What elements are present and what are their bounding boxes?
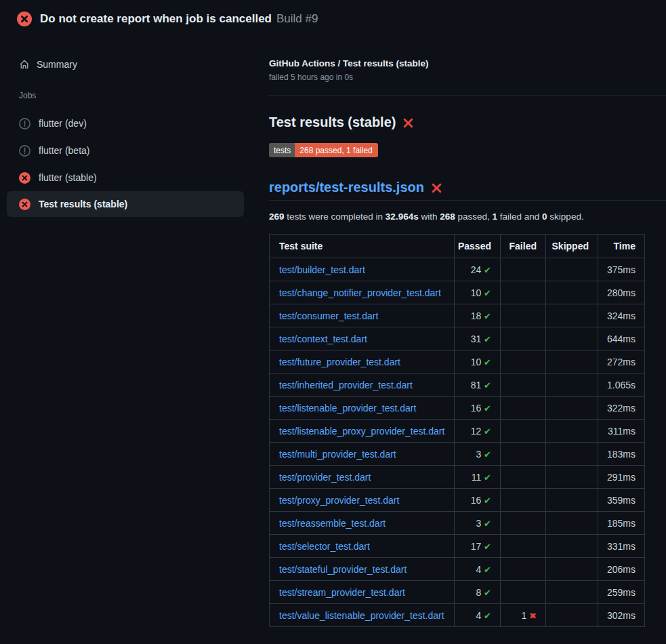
table-row: test/stream_provider_test.dart8 ✔259ms	[270, 581, 645, 604]
duration: 32.964s	[386, 212, 419, 222]
job-status-line: failed 5 hours ago in 0s	[269, 73, 666, 82]
tests-status-badge: tests 268 passed, 1 failed	[269, 143, 378, 157]
check-icon: ✔	[484, 565, 491, 575]
summary-text: skipped.	[547, 212, 584, 222]
passed-cell-value: 3	[476, 449, 481, 460]
skipped-cell	[546, 489, 598, 512]
passed-cell: 8 ✔	[455, 581, 501, 604]
breadcrumb: GitHub Actions / Test results (stable)	[269, 58, 666, 68]
skipped-cell	[546, 558, 598, 581]
sidebar-item-flutter-dev[interactable]: flutter (dev)	[0, 110, 251, 137]
jobs-section-label: Jobs	[0, 91, 251, 100]
failed-cell	[501, 350, 546, 374]
test-suite-link[interactable]: test/selector_test.dart	[279, 541, 370, 552]
skipped-cell	[546, 350, 598, 374]
table-row: test/reassemble_test.dart3 ✔185ms	[270, 512, 645, 535]
test-suite-link[interactable]: test/multi_provider_test.dart	[279, 449, 396, 460]
passed-cell: 16 ✔	[455, 489, 501, 512]
failed-cell	[501, 327, 546, 350]
time-cell: 311ms	[598, 420, 645, 443]
results-table: Test suite Passed Failed Skipped Time te…	[269, 234, 645, 627]
failed-cell	[501, 258, 546, 281]
failed-cell	[501, 489, 546, 512]
check-icon: ✔	[484, 426, 491, 437]
table-row: test/change_notifier_provider_test.dart1…	[270, 281, 645, 304]
job-label: Test results (stable)	[39, 199, 127, 209]
failed-x-circle-icon	[19, 199, 30, 210]
check-icon: ✔	[484, 519, 491, 529]
passed-cell: 4 ✔	[455, 604, 501, 627]
test-suite-cell: test/context_test.dart	[270, 327, 455, 350]
test-suite-link[interactable]: test/builder_test.dart	[279, 264, 365, 275]
test-suite-link[interactable]: test/inherited_provider_test.dart	[279, 380, 413, 390]
section-heading-text: Test results (stable)	[269, 115, 396, 130]
page-title: Do not create report when job is cancell…	[40, 12, 272, 26]
test-suite-link[interactable]: test/listenable_provider_test.dart	[279, 403, 416, 414]
test-suite-cell: test/reassemble_test.dart	[270, 512, 455, 535]
time-cell: 302ms	[598, 604, 645, 627]
test-suite-link[interactable]: test/proxy_provider_test.dart	[279, 495, 399, 506]
test-suite-cell: test/consumer_test.dart	[270, 304, 455, 327]
report-file-link[interactable]: reports/test-results.json	[269, 180, 424, 195]
test-suite-link[interactable]: test/stream_provider_test.dart	[279, 587, 405, 598]
passed-cell-value: 11	[472, 472, 482, 483]
time-cell: 324ms	[598, 304, 645, 327]
cross-mark-icon	[402, 117, 414, 129]
failed-cell	[501, 281, 546, 304]
skipped-cell	[546, 281, 598, 304]
check-icon: ✔	[484, 403, 491, 414]
passed-cell-value: 18	[471, 310, 482, 321]
table-row: test/consumer_test.dart18 ✔324ms	[270, 304, 645, 327]
failed-cell	[501, 420, 546, 443]
test-suite-link[interactable]: test/listenable_proxy_provider_test.dart	[279, 426, 444, 437]
job-label: flutter (stable)	[39, 172, 97, 183]
sidebar-item-flutter-beta[interactable]: flutter (beta)	[0, 137, 251, 164]
test-suite-link[interactable]: test/future_provider_test.dart	[279, 357, 400, 367]
time-cell: 1.065s	[598, 374, 645, 397]
header-divider	[269, 95, 666, 96]
passed-cell: 11 ✔	[455, 466, 501, 489]
test-suite-link[interactable]: test/consumer_test.dart	[279, 310, 378, 321]
passed-cell: 17 ✔	[455, 535, 501, 558]
job-label: flutter (beta)	[39, 145, 89, 156]
table-row: test/builder_test.dart24 ✔375ms	[270, 258, 645, 281]
test-suite-link[interactable]: test/reassemble_test.dart	[279, 518, 386, 529]
check-icon: ✔	[484, 588, 491, 598]
passed-cell: 4 ✔	[455, 558, 501, 581]
column-header-failed: Failed	[501, 235, 546, 258]
passed-cell-value: 17	[471, 541, 482, 552]
passed-cell: 10 ✔	[455, 281, 501, 304]
passed-cell: 18 ✔	[455, 304, 501, 327]
table-row: test/listenable_proxy_provider_test.dart…	[270, 420, 645, 443]
passed-cell: 3 ✔	[455, 512, 501, 535]
failed-cell	[501, 535, 546, 558]
jobs-list: flutter (dev) flutter (beta) flutter (st…	[0, 110, 251, 217]
sidebar-item-flutter-stable[interactable]: flutter (stable)	[0, 164, 251, 191]
time-cell: 185ms	[598, 512, 645, 535]
test-suite-link[interactable]: test/change_notifier_provider_test.dart	[279, 287, 441, 298]
failed-count: 1	[493, 212, 498, 222]
skipped-cell	[546, 443, 598, 466]
test-suite-link[interactable]: test/value_listenable_provider_test.dart	[279, 610, 444, 621]
main-content: GitHub Actions / Test results (stable) f…	[269, 0, 666, 627]
test-suite-cell: test/future_provider_test.dart	[270, 350, 455, 374]
summary-text: with	[419, 212, 440, 222]
badge-label: tests	[269, 143, 295, 157]
passed-cell: 24 ✔	[455, 258, 501, 281]
time-cell: 291ms	[598, 466, 645, 489]
skipped-cell	[546, 535, 598, 558]
table-row: test/provider_test.dart11 ✔291ms	[270, 466, 645, 489]
sidebar-item-test-results-stable[interactable]: Test results (stable)	[7, 191, 244, 217]
test-suite-link[interactable]: test/provider_test.dart	[279, 472, 371, 483]
column-header-test-suite: Test suite	[270, 235, 455, 258]
sidebar-item-summary[interactable]: Summary	[0, 54, 251, 75]
test-suite-link[interactable]: test/stateful_provider_test.dart	[279, 564, 407, 575]
failed-cell	[501, 304, 546, 327]
passed-cell-value: 10	[471, 287, 482, 298]
test-suite-link[interactable]: test/context_test.dart	[279, 334, 367, 344]
column-header-skipped: Skipped	[546, 235, 598, 258]
test-suite-cell: test/multi_provider_test.dart	[270, 443, 455, 466]
skipped-cell	[546, 304, 598, 327]
failed-cell	[501, 397, 546, 420]
time-cell: 331ms	[598, 535, 645, 558]
